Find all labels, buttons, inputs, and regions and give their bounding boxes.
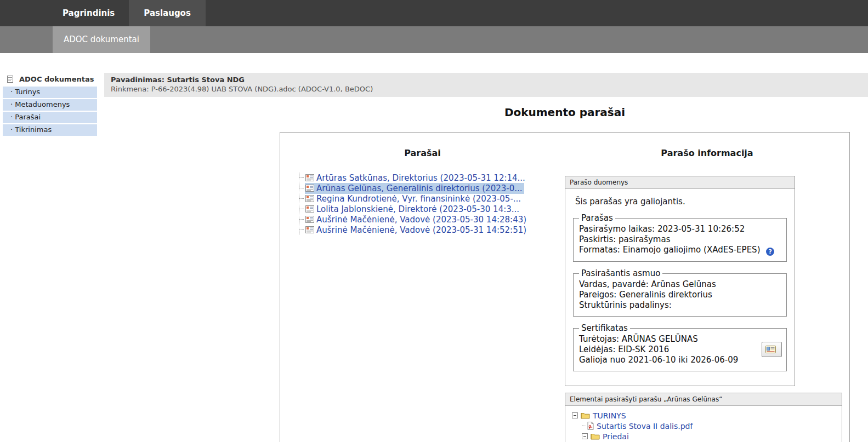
tree-item-link[interactable]: Priedai bbox=[603, 432, 629, 441]
nav-item-pagrindinis[interactable]: Pagrindinis bbox=[53, 0, 124, 26]
signature-data-panel: Parašo duomenys Šis parašas yra galiojan… bbox=[565, 176, 795, 386]
signature-row[interactable]: Regina Kundrotienė, Vyr. finansininkė (2… bbox=[299, 193, 565, 204]
signature-status: Šis parašas yra galiojantis. bbox=[575, 197, 787, 206]
signature-info-heading: Parašo informacija bbox=[565, 148, 849, 158]
signatures-panel: Parašai Artūras Satkūnas, Direktorius (2… bbox=[280, 132, 850, 442]
signature-row[interactable]: Lolita Jablonskienė, Direktorė (2023-05-… bbox=[299, 204, 565, 214]
document-title: Pavadinimas: Sutartis Stova NDG bbox=[111, 76, 861, 84]
signature-icon bbox=[305, 205, 314, 213]
sidebar-item-metaduomenys[interactable]: Metaduomenys bbox=[3, 99, 97, 111]
signed-elements-panel: Elementai pasirašyti parašu „Arūnas Gelū… bbox=[565, 393, 842, 442]
tree-branch bbox=[299, 229, 304, 230]
adoc-document-icon bbox=[7, 76, 13, 83]
signature-link[interactable]: Aušrinė Mačėnienė, Vadovė (2023-05-30 14… bbox=[316, 215, 526, 225]
signature-data-panel-title: Parašo duomenys bbox=[565, 176, 795, 189]
certificate-fieldset: Sertifikatas Turėtojas: ARŪNAS GELŪNAS L… bbox=[573, 323, 787, 371]
tab-adoc-dokumentai[interactable]: ADOC dokumentai bbox=[53, 26, 150, 53]
page-title: Dokumento parašai bbox=[280, 106, 850, 119]
nav-item-paslaugos[interactable]: Paslaugos bbox=[129, 0, 206, 26]
folder-icon bbox=[581, 412, 590, 419]
sub-nav: ADOC dokumentai bbox=[0, 26, 868, 53]
signing-purpose: Paskirtis: pasirašymas bbox=[579, 234, 781, 245]
sidebar-title: ADOC dokumentas bbox=[19, 75, 94, 83]
signer-fieldset-legend: Pasirašantis asmuo bbox=[579, 268, 662, 278]
tree-branch bbox=[299, 188, 304, 188]
certificate-holder: Turėtojas: ARŪNAS GELŪNAS bbox=[579, 334, 781, 345]
help-icon[interactable]: ? bbox=[766, 248, 774, 256]
tree-row-folder[interactable]: TURINYS bbox=[572, 410, 842, 421]
signature-list: Artūras Satkūnas, Direktorius (2023-05-3… bbox=[299, 173, 565, 235]
signature-link[interactable]: Arūnas Gelūnas, Generalinis direktorius … bbox=[316, 183, 523, 193]
tree-branch bbox=[299, 177, 304, 178]
signature-link[interactable]: Artūras Satkūnas, Direktorius (2023-05-3… bbox=[316, 173, 525, 183]
tree-branch bbox=[582, 426, 586, 426]
signature-fieldset: Parašas Pasirašymo laikas: 2023-05-31 10… bbox=[573, 213, 787, 262]
signed-elements-tree: TURINYS Sutartis Stova II dalis.pdf Pr bbox=[565, 406, 842, 442]
tree-branch bbox=[299, 209, 304, 209]
certificate-icon bbox=[765, 346, 776, 353]
signature-row[interactable]: Artūras Satkūnas, Direktorius (2023-05-3… bbox=[299, 173, 565, 183]
folder-icon bbox=[591, 433, 600, 440]
signature-icon bbox=[305, 185, 314, 192]
collapse-icon[interactable] bbox=[572, 412, 578, 418]
signature-row[interactable]: Aušrinė Mačėnienė, Vadovė (2023-05-30 14… bbox=[299, 214, 565, 225]
sidebar: ADOC dokumentas Turinys Metaduomenys Par… bbox=[3, 73, 97, 137]
tree-row-file[interactable]: Sutartis Stova II dalis.pdf bbox=[582, 421, 842, 431]
sidebar-item-parasai[interactable]: Parašai bbox=[3, 112, 97, 123]
certificate-fieldset-legend: Sertifikatas bbox=[579, 323, 630, 333]
signature-icon bbox=[305, 226, 314, 233]
certificate-issuer: Leidėjas: EID-SK 2016 bbox=[579, 345, 781, 355]
signing-time: Pasirašymo laikas: 2023-05-31 10:26:52 bbox=[579, 224, 781, 234]
top-nav: Pagrindinis Paslaugos bbox=[0, 0, 868, 26]
signature-row-selected[interactable]: Arūnas Gelūnas, Generalinis direktorius … bbox=[299, 183, 565, 193]
signing-format-text: Formatas: Einamojo galiojimo (XAdES-EPES… bbox=[579, 245, 760, 255]
document-header: Pavadinimas: Sutartis Stova NDG Rinkmena… bbox=[104, 73, 868, 97]
signed-elements-panel-title: Elementai pasirašyti parašu „Arūnas Gelū… bbox=[565, 393, 842, 406]
signature-row[interactable]: Aušrinė Mačėnienė, Vadovė (2023-05-31 14… bbox=[299, 225, 565, 235]
sidebar-item-turinys[interactable]: Turinys bbox=[3, 87, 97, 98]
sidebar-header: ADOC dokumentas bbox=[3, 73, 97, 87]
signer-position: Pareigos: Generalinis direktorius bbox=[579, 290, 781, 300]
certificate-view-button[interactable] bbox=[762, 342, 782, 357]
signer-fieldset: Pasirašantis asmuo Vardas, pavardė: Arūn… bbox=[573, 268, 787, 317]
sidebar-item-tikrinimas[interactable]: Tikrinimas bbox=[3, 124, 97, 136]
signature-icon bbox=[305, 216, 314, 223]
collapse-icon[interactable] bbox=[582, 433, 588, 439]
signer-unit: Struktūrinis padalinys: bbox=[579, 300, 781, 311]
tree-row-folder[interactable]: Priedai bbox=[582, 431, 842, 441]
signature-link[interactable]: Lolita Jablonskienė, Direktorė (2023-05-… bbox=[316, 204, 519, 214]
tree-item-link[interactable]: TURINYS bbox=[593, 411, 626, 420]
signatures-column: Parašai Artūras Satkūnas, Direktorius (2… bbox=[280, 133, 565, 442]
signing-format: Formatas: Einamojo galiojimo (XAdES-EPES… bbox=[579, 245, 781, 256]
signature-link[interactable]: Regina Kundrotienė, Vyr. finansininkė (2… bbox=[316, 194, 521, 204]
signature-info-column: Parašo informacija Parašo duomenys Šis p… bbox=[565, 133, 849, 442]
signature-link[interactable]: Aušrinė Mačėnienė, Vadovė (2023-05-31 14… bbox=[316, 225, 526, 235]
tree-branch bbox=[299, 219, 304, 220]
document-filename: Rinkmena: P-66-2023(4.98) UAB STOVA (NDG… bbox=[111, 85, 861, 93]
pdf-icon bbox=[587, 422, 594, 430]
tree-branch bbox=[299, 198, 304, 199]
signature-icon bbox=[305, 174, 314, 181]
signatures-heading: Parašai bbox=[280, 148, 565, 158]
main-area: Pavadinimas: Sutartis Stova NDG Rinkmena… bbox=[104, 73, 868, 442]
certificate-validity: Galioja nuo 2021-06-10 iki 2026-06-09 bbox=[579, 355, 781, 365]
signer-name: Vardas, pavardė: Arūnas Gelūnas bbox=[579, 279, 781, 290]
tree-item-link[interactable]: Sutartis Stova II dalis.pdf bbox=[597, 422, 693, 430]
signature-fieldset-legend: Parašas bbox=[579, 213, 615, 223]
signature-icon bbox=[305, 195, 314, 202]
